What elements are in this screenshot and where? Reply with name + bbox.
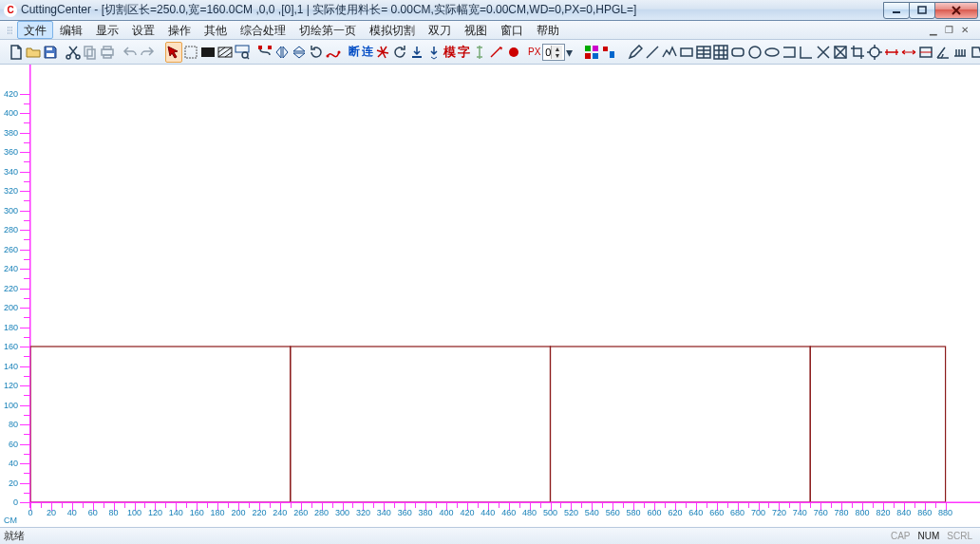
cap-indicator: CAP — [887, 531, 914, 541]
ellipse-icon[interactable] — [763, 42, 781, 63]
svg-rect-3 — [47, 53, 54, 57]
svg-rect-30 — [714, 46, 727, 59]
redo-icon[interactable] — [139, 42, 156, 63]
mdi-restore-icon[interactable]: ❐ — [945, 25, 953, 35]
undo-icon[interactable] — [122, 42, 139, 63]
angle-icon[interactable] — [934, 42, 952, 63]
dropdown-icon[interactable]: ▾ — [565, 42, 574, 63]
color-grid-icon[interactable] — [583, 42, 600, 63]
spin-down-icon[interactable]: ▼ — [551, 52, 562, 59]
spin-up-icon[interactable]: ▲ — [551, 46, 562, 52]
px-spinner[interactable]: 0 ▲▼ — [542, 44, 565, 61]
menu-bar: 文件编辑显示设置操作其他综合处理切绘第一页模拟切割双刀视图窗口帮助 ▁ ❐ ✕ — [0, 21, 980, 40]
save-file-icon[interactable] — [42, 42, 59, 63]
menu-item-2[interactable]: 显示 — [89, 21, 125, 39]
menu-item-3[interactable]: 设置 — [125, 21, 161, 39]
cut-icon[interactable] — [65, 42, 82, 63]
down-play-icon[interactable] — [425, 42, 443, 63]
ruler-unit-label: CM — [4, 516, 17, 525]
menu-item-0[interactable]: 文件 — [17, 21, 53, 39]
menu-item-6[interactable]: 综合处理 — [234, 21, 292, 39]
line-icon[interactable] — [644, 42, 661, 63]
print-icon[interactable] — [99, 42, 116, 63]
menu-item-7[interactable]: 切绘第一页 — [292, 21, 363, 39]
grid-icon[interactable] — [712, 42, 729, 63]
break-text-icon[interactable]: 断 — [348, 42, 361, 63]
maximize-button[interactable] — [909, 2, 935, 19]
svg-rect-2 — [47, 47, 52, 50]
scrl-indicator: SCRL — [943, 531, 976, 541]
menu-item-8[interactable]: 模拟切割 — [363, 21, 422, 39]
polyline-icon[interactable] — [661, 42, 678, 63]
node-tool-icon[interactable] — [256, 42, 273, 63]
svg-rect-25 — [593, 53, 598, 59]
flip-v-icon[interactable] — [291, 42, 308, 63]
svg-rect-23 — [593, 46, 598, 51]
title-bar: CuttingCenter - [切割区长=250.0,宽=160.0CM ,0… — [0, 0, 980, 21]
crop-icon[interactable] — [849, 42, 866, 63]
cross-icon[interactable] — [815, 42, 832, 63]
corner-icon[interactable] — [798, 42, 815, 63]
svg-point-21 — [509, 47, 518, 57]
rotate-icon[interactable] — [308, 42, 325, 63]
menu-item-5[interactable]: 其他 — [198, 21, 234, 39]
zi-text-icon[interactable]: 字 — [457, 42, 471, 63]
hatch-tool-icon[interactable] — [217, 42, 234, 63]
align-tool-icon[interactable] — [600, 42, 617, 63]
grid-zoom-icon[interactable] — [234, 42, 251, 63]
fill-tool-icon[interactable] — [199, 42, 217, 63]
svg-rect-11 — [185, 47, 197, 58]
explode-icon[interactable] — [374, 42, 391, 63]
record-icon[interactable] — [505, 42, 522, 63]
menu-item-1[interactable]: 编辑 — [53, 21, 89, 39]
svg-rect-14 — [236, 46, 249, 52]
svg-point-33 — [765, 48, 779, 56]
new-file-icon[interactable] — [8, 42, 25, 63]
minimize-button[interactable] — [883, 2, 910, 19]
rect-icon[interactable] — [678, 42, 695, 63]
svg-rect-28 — [681, 48, 692, 56]
measure-v-icon[interactable] — [471, 42, 488, 63]
comb-icon[interactable] — [952, 42, 969, 63]
vertical-ruler: 0204060801001201401601802002202402602803… — [0, 65, 30, 508]
circle-icon[interactable] — [746, 42, 763, 63]
mdi-close-icon[interactable]: ✕ — [961, 25, 969, 35]
mo-text-icon[interactable]: 模 — [443, 42, 457, 63]
table-icon[interactable] — [695, 42, 712, 63]
menu-item-10[interactable]: 视图 — [458, 21, 494, 39]
join-text-icon[interactable]: 连 — [361, 42, 374, 63]
target-icon[interactable] — [866, 42, 883, 63]
open-file-icon[interactable] — [25, 42, 42, 63]
status-text: 就绪 — [4, 529, 887, 543]
mdi-minimize-icon[interactable]: ▁ — [930, 25, 937, 35]
rounded-rect-icon[interactable] — [729, 42, 746, 63]
svg-rect-40 — [291, 347, 551, 502]
svg-rect-10 — [104, 55, 111, 58]
menu-item-4[interactable]: 操作 — [161, 21, 198, 39]
menu-item-9[interactable]: 双刀 — [422, 21, 458, 39]
x-box-icon[interactable] — [832, 42, 849, 63]
dim-arrows-icon[interactable] — [900, 42, 917, 63]
svg-rect-35 — [854, 48, 861, 56]
shear-icon[interactable] — [969, 42, 980, 63]
path-tool-icon[interactable] — [325, 42, 342, 63]
dim-h-icon[interactable] — [883, 42, 900, 63]
close-button[interactable] — [934, 2, 978, 19]
copy-icon[interactable] — [82, 42, 99, 63]
down-step-icon[interactable] — [408, 42, 425, 63]
svg-rect-39 — [30, 347, 291, 502]
svg-point-32 — [749, 47, 761, 58]
half-rect-icon[interactable] — [781, 42, 798, 63]
frame-mark-icon[interactable] — [917, 42, 934, 63]
pencil-icon[interactable] — [627, 42, 644, 63]
svg-rect-16 — [258, 46, 262, 49]
select-tool-icon[interactable] — [165, 42, 182, 63]
region-tool-icon[interactable] — [182, 42, 199, 63]
menu-item-12[interactable]: 帮助 — [530, 21, 566, 39]
menu-item-11[interactable]: 窗口 — [494, 21, 530, 39]
svg-rect-20 — [412, 56, 422, 58]
vector-tool-icon[interactable] — [488, 42, 505, 63]
flip-h-icon[interactable] — [273, 42, 291, 63]
drawing-canvas[interactable] — [30, 65, 980, 502]
rotate-cw-icon[interactable] — [391, 42, 408, 63]
